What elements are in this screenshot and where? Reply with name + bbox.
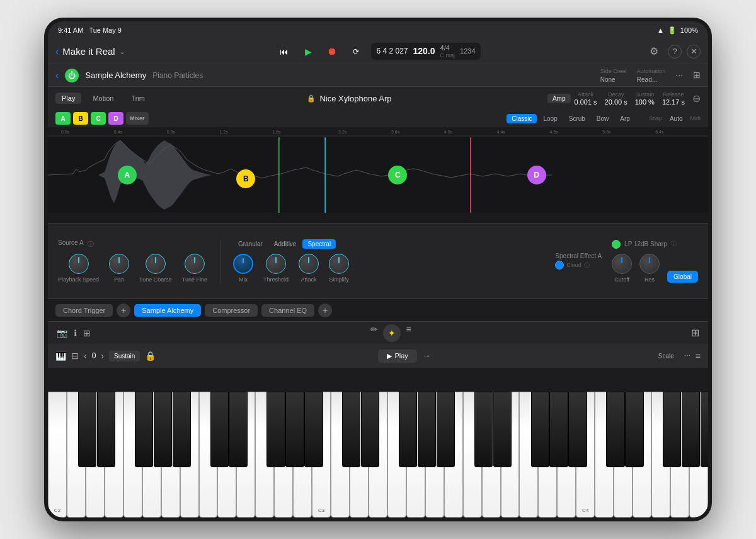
piano-icon[interactable]: 🎹 — [55, 351, 66, 361]
skip-back-button[interactable]: ⏮ — [275, 43, 293, 60]
cloud-info-icon[interactable]: ⓘ — [584, 261, 590, 270]
simplify-knob[interactable] — [329, 254, 349, 274]
black-key[interactable] — [418, 392, 436, 467]
mix-knob[interactable] — [233, 254, 253, 274]
filter-power-button[interactable] — [612, 240, 621, 249]
source-tab-a[interactable]: A — [55, 112, 71, 125]
kb-play-button[interactable]: ▶ Play — [378, 349, 416, 363]
black-key[interactable] — [437, 392, 455, 467]
loop-tab[interactable]: Loop — [538, 114, 562, 123]
camera-icon[interactable]: 📷 — [57, 328, 67, 338]
plugin-back-button[interactable]: ‹ — [55, 70, 59, 81]
synth-attack-knob[interactable] — [299, 254, 319, 274]
black-key[interactable] — [210, 392, 229, 467]
black-key[interactable] — [606, 392, 624, 467]
arrow-right-icon[interactable]: → — [422, 351, 431, 361]
black-key[interactable] — [625, 392, 643, 467]
close-button[interactable]: ✕ — [687, 45, 701, 59]
octave-right-button[interactable]: › — [101, 351, 104, 361]
playback-speed-knob[interactable] — [69, 254, 89, 274]
plugin-preset[interactable]: Piano Particles — [152, 71, 203, 80]
scrub-tab[interactable]: Scrub — [564, 114, 590, 123]
cutoff-knob[interactable] — [612, 254, 632, 274]
black-key[interactable] — [663, 392, 681, 467]
white-key[interactable]: C2 — [48, 392, 67, 518]
help-button[interactable]: ? — [668, 45, 682, 59]
chord-trigger-button[interactable]: Chord Trigger — [55, 304, 113, 317]
classic-tab[interactable]: Classic — [507, 114, 537, 123]
marker-c[interactable]: C — [388, 166, 407, 184]
black-key[interactable] — [78, 392, 96, 467]
record-button[interactable]: ⏺ — [323, 43, 341, 60]
plugin-more-button[interactable]: ··· — [675, 69, 683, 81]
black-key[interactable] — [531, 392, 549, 467]
octave-left-button[interactable]: ‹ — [84, 351, 87, 361]
settings-button[interactable]: ⚙ — [645, 43, 663, 60]
split-icon[interactable]: ⊟ — [71, 351, 79, 361]
info-icon[interactable]: ℹ — [74, 328, 77, 338]
amp-button[interactable]: Amp — [547, 94, 571, 103]
spectral-power-button[interactable] — [555, 261, 564, 270]
black-key[interactable] — [173, 392, 191, 467]
source-a-info-icon[interactable]: ⓘ — [88, 240, 94, 249]
project-title[interactable]: Make it Real — [62, 46, 115, 57]
black-key[interactable] — [568, 392, 587, 467]
pencil-icon[interactable]: ✏ — [370, 324, 378, 342]
title-dropdown-icon[interactable]: ⌄ — [119, 47, 125, 56]
res-knob[interactable] — [639, 254, 660, 274]
bow-tab[interactable]: Bow — [592, 114, 614, 123]
marker-a[interactable]: A — [118, 166, 137, 184]
env-close-icon[interactable]: ⊖ — [692, 93, 701, 105]
tune-fine-knob[interactable] — [185, 254, 205, 274]
mixer-tab[interactable]: Mixer — [126, 112, 149, 125]
sliders-icon[interactable]: ≡ — [406, 324, 411, 342]
marker-b[interactable]: B — [236, 169, 255, 188]
source-tab-c[interactable]: C — [91, 112, 106, 125]
key-lock-icon[interactable]: 🔒 — [145, 351, 156, 361]
black-key[interactable] — [399, 392, 417, 467]
plugin-grid-button[interactable]: ⊞ — [693, 69, 701, 81]
black-key[interactable] — [229, 392, 247, 467]
loop-button[interactable]: ⟳ — [347, 43, 365, 60]
star-button[interactable]: ✦ — [383, 324, 401, 342]
black-key[interactable] — [266, 392, 285, 467]
channel-eq-fx-button[interactable]: Channel EQ — [261, 304, 314, 317]
layout-icon[interactable]: ⊞ — [83, 328, 91, 338]
granular-tab[interactable]: Granular — [233, 239, 268, 249]
waveform-canvas[interactable]: A B C D — [48, 137, 708, 213]
black-key[interactable] — [682, 392, 700, 467]
black-key[interactable] — [154, 392, 172, 467]
fx-add-button[interactable]: + — [117, 304, 130, 317]
source-tab-b[interactable]: B — [73, 112, 88, 125]
pan-knob[interactable] — [109, 254, 129, 274]
black-key[interactable] — [474, 392, 493, 467]
scale-button[interactable]: Scale — [653, 351, 679, 361]
sample-alchemy-fx-button[interactable]: Sample Alchemy — [134, 304, 201, 317]
tempo-value[interactable]: 120.0 — [413, 46, 435, 56]
play-mode-tab[interactable]: Play — [55, 93, 81, 104]
black-key[interactable] — [285, 392, 304, 467]
black-key[interactable] — [493, 392, 512, 467]
black-key[interactable] — [701, 392, 708, 467]
snap-value[interactable]: Auto — [670, 115, 683, 122]
trim-mode-tab[interactable]: Trim — [125, 93, 151, 104]
sustain-button[interactable]: Sustain — [109, 351, 140, 361]
play-button[interactable]: ▶ — [299, 43, 317, 60]
black-key[interactable] — [342, 392, 360, 467]
additive-tab[interactable]: Additive — [269, 239, 302, 249]
marker-d[interactable]: D — [527, 166, 546, 184]
threshold-knob[interactable] — [266, 254, 286, 274]
black-key[interactable] — [549, 392, 568, 467]
fx-add-end-button[interactable]: + — [318, 304, 332, 317]
global-button[interactable]: Global — [667, 271, 698, 283]
keyboard-lines-icon[interactable]: ≡ — [696, 351, 701, 361]
black-key[interactable] — [135, 392, 153, 467]
arp-tab[interactable]: Arp — [615, 114, 635, 123]
piano-keyboard[interactable]: C2 C3 — [48, 392, 708, 518]
back-button[interactable]: ‹ — [55, 46, 59, 57]
keyboard-grid-icon[interactable]: ⊞ — [691, 327, 699, 339]
time-sig[interactable]: 4/4 C maj — [440, 44, 455, 59]
spectral-tab[interactable]: Spectral — [302, 239, 336, 249]
plugin-power-button[interactable]: ⏻ — [65, 69, 79, 82]
black-key[interactable] — [361, 392, 379, 467]
